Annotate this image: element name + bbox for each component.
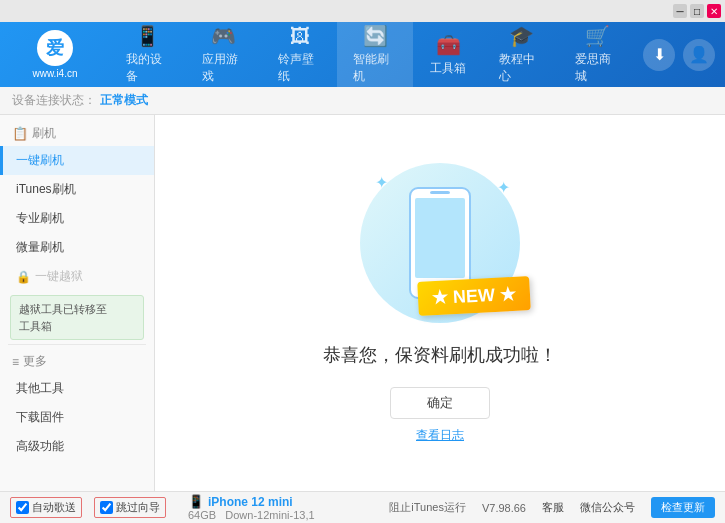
store-icon: 🛒: [585, 24, 610, 48]
success-text: 恭喜您，保资料刷机成功啦！: [323, 343, 557, 367]
content-area: ✦ ✦ NEW 恭喜您，保资料刷机成功啦！ 确定 查看日志: [155, 115, 725, 491]
my-device-icon: 📱: [135, 24, 160, 48]
header: 爱 www.i4.cn 📱我的设备🎮应用游戏🖼铃声壁纸🔄智能刷机🧰工具箱🎓教程中…: [0, 22, 725, 87]
status-label: 设备连接状态：: [12, 92, 96, 109]
sidebar-item-micro-flash[interactable]: 微量刷机: [0, 233, 154, 262]
nav-item-smart-flash[interactable]: 🔄智能刷机: [337, 22, 413, 87]
sidebar-item-download-firmware[interactable]: 下载固件: [0, 403, 154, 432]
version-info: V7.98.66: [482, 502, 526, 514]
bottom-left: 自动歌送 跳过向导 📱 iPhone 12 mini 64GB Down-12m…: [10, 494, 389, 521]
customer-service-link[interactable]: 客服: [542, 500, 564, 515]
lock-icon: 🔒: [16, 270, 31, 284]
check-update-button[interactable]: 检查更新: [651, 497, 715, 518]
close-button[interactable]: ✕: [707, 4, 721, 18]
device-phone-icon: 📱: [188, 494, 204, 509]
device-name-text: iPhone 12 mini: [208, 495, 293, 509]
confirm-button[interactable]: 确定: [390, 387, 490, 419]
header-right: ⬇ 👤: [635, 39, 725, 71]
toolbox-icon: 🧰: [436, 33, 461, 57]
sidebar-section-flash: 📋 刷机: [0, 121, 154, 146]
device-name: 📱 iPhone 12 mini: [188, 494, 315, 509]
sidebar-item-other-tools[interactable]: 其他工具: [0, 374, 154, 403]
minimize-button[interactable]: ─: [673, 4, 687, 18]
auto-send-checkbox[interactable]: 自动歌送: [10, 497, 82, 518]
auto-send-label: 自动歌送: [32, 500, 76, 515]
logo-icon: 爱: [37, 30, 73, 66]
title-bar: ─ □ ✕: [0, 0, 725, 22]
sidebar-item-onekey-flash[interactable]: 一键刷机: [0, 146, 154, 175]
view-log-link[interactable]: 查看日志: [416, 427, 464, 444]
success-illustration: ✦ ✦ NEW: [360, 163, 520, 323]
skip-wizard-label: 跳过向导: [116, 500, 160, 515]
device-model: Down-12mini-13,1: [225, 509, 314, 521]
new-badge: NEW: [417, 276, 531, 316]
status-value: 正常模式: [100, 92, 148, 109]
sidebar-item-itunes-flash[interactable]: iTunes刷机: [0, 175, 154, 204]
skip-wizard-input[interactable]: [100, 501, 113, 514]
smart-flash-icon: 🔄: [363, 24, 388, 48]
svg-rect-1: [415, 198, 465, 278]
sidebar-jailbreak-note: 越狱工具已转移至工具箱: [10, 295, 144, 340]
sidebar-item-jailbreak-disabled: 🔒 一键越狱: [0, 262, 154, 291]
flash-section-icon: 📋: [12, 126, 28, 141]
bottom-right: 阻止iTunes运行 V7.98.66 客服 微信公众号 检查更新: [389, 497, 715, 518]
account-button[interactable]: 👤: [683, 39, 715, 71]
maximize-button[interactable]: □: [690, 4, 704, 18]
tutorial-icon: 🎓: [509, 24, 534, 48]
sidebar-item-pro-flash[interactable]: 专业刷机: [0, 204, 154, 233]
wallpaper-icon: 🖼: [290, 25, 310, 48]
device-sub: 64GB Down-12mini-13,1: [188, 509, 315, 521]
download-button[interactable]: ⬇: [643, 39, 675, 71]
skip-wizard-checkbox[interactable]: 跳过向导: [94, 497, 166, 518]
auto-send-input[interactable]: [16, 501, 29, 514]
sparkle-top-right: ✦: [497, 178, 510, 197]
sidebar: 📋 刷机 一键刷机 iTunes刷机 专业刷机 微量刷机 🔒 一键越狱 越狱工具…: [0, 115, 155, 491]
sidebar-item-advanced[interactable]: 高级功能: [0, 432, 154, 461]
sidebar-divider: [8, 344, 146, 345]
nav-items: 📱我的设备🎮应用游戏🖼铃声壁纸🔄智能刷机🧰工具箱🎓教程中心🛒爱思商城: [110, 22, 635, 87]
more-section-label: 更多: [23, 353, 47, 370]
wechat-link[interactable]: 微信公众号: [580, 500, 635, 515]
logo-text: www.i4.cn: [32, 68, 77, 79]
phone-circle: ✦ ✦ NEW: [360, 163, 520, 323]
flash-section-label: 刷机: [32, 125, 56, 142]
main-layout: 📋 刷机 一键刷机 iTunes刷机 专业刷机 微量刷机 🔒 一键越狱 越狱工具…: [0, 115, 725, 491]
more-section-icon: ≡: [12, 355, 19, 369]
device-info: 📱 iPhone 12 mini 64GB Down-12mini-13,1: [188, 494, 315, 521]
svg-rect-3: [430, 191, 450, 194]
stop-itunes-button[interactable]: 阻止iTunes运行: [389, 500, 466, 515]
sparkle-top-left: ✦: [375, 173, 388, 192]
logo-area: 爱 www.i4.cn: [0, 30, 110, 79]
nav-item-wallpaper[interactable]: 🖼铃声壁纸: [262, 22, 338, 87]
sidebar-section-more: ≡ 更多: [0, 349, 154, 374]
nav-item-toolbox[interactable]: 🧰工具箱: [413, 22, 483, 87]
jailbreak-label: 一键越狱: [35, 268, 83, 285]
nav-item-my-device[interactable]: 📱我的设备: [110, 22, 186, 87]
nav-item-store[interactable]: 🛒爱思商城: [559, 22, 635, 87]
device-storage: 64GB: [188, 509, 216, 521]
bottom-bar: 自动歌送 跳过向导 📱 iPhone 12 mini 64GB Down-12m…: [0, 491, 725, 523]
status-bar: 设备连接状态： 正常模式: [0, 87, 725, 115]
nav-item-tutorial[interactable]: 🎓教程中心: [483, 22, 559, 87]
nav-item-apps[interactable]: 🎮应用游戏: [186, 22, 262, 87]
apps-icon: 🎮: [211, 24, 236, 48]
